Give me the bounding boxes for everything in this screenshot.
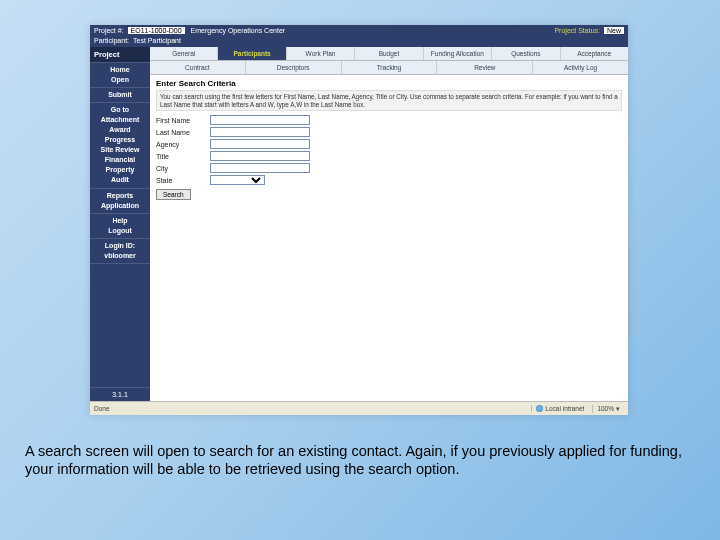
project-num-value: EO11-1000-D00 xyxy=(128,27,185,34)
label-agency: Agency xyxy=(156,141,204,148)
project-status-label: Project Status: xyxy=(554,27,600,34)
field-row-agency: Agency xyxy=(156,139,622,149)
app-window: Project #: EO11-1000-D00 Emergency Opera… xyxy=(90,25,628,415)
sidebar-login-info: Login ID: vbloomer xyxy=(90,239,150,264)
browser-status-bar: Done Local intranet 100% ▾ xyxy=(90,401,628,415)
version-label: 3.1.1 xyxy=(90,387,150,401)
status-zone: Local intranet xyxy=(531,405,588,412)
sidebar-item-goto[interactable]: Go to xyxy=(90,105,150,115)
label-state: State xyxy=(156,177,204,184)
project-desc: Emergency Operations Center xyxy=(191,27,286,34)
sidebar-item-audit[interactable]: Audit xyxy=(90,175,150,185)
input-title[interactable] xyxy=(210,151,310,161)
input-city[interactable] xyxy=(210,163,310,173)
field-row-last-name: Last Name xyxy=(156,127,622,137)
sidebar-item-help[interactable]: Help xyxy=(90,216,150,226)
sidebar: Project Home Open Submit Go to Attachmen… xyxy=(90,47,150,401)
tab-review[interactable]: Review xyxy=(437,61,533,74)
input-first-name[interactable] xyxy=(210,115,310,125)
tab-contract[interactable]: Contract xyxy=(150,61,246,74)
login-id-label: Login ID: xyxy=(90,241,150,251)
chevron-down-icon: ▾ xyxy=(616,405,620,413)
sidebar-item-award[interactable]: Award xyxy=(90,125,150,135)
project-status-value: New xyxy=(604,27,624,34)
field-row-state: State xyxy=(156,175,622,185)
sidebar-item-open[interactable]: Open xyxy=(90,75,150,85)
label-city: City xyxy=(156,165,204,172)
main-area: Project Home Open Submit Go to Attachmen… xyxy=(90,47,628,401)
input-agency[interactable] xyxy=(210,139,310,149)
tab-work-plan[interactable]: Work Plan xyxy=(287,47,355,60)
sidebar-item-reports[interactable]: Reports xyxy=(90,191,150,201)
select-state[interactable] xyxy=(210,175,265,185)
tab-descriptors[interactable]: Descriptors xyxy=(246,61,342,74)
status-zoom-text: 100% xyxy=(597,405,614,412)
content-area: General Participants Work Plan Budget Fu… xyxy=(150,47,628,401)
tab-general[interactable]: General xyxy=(150,47,218,60)
search-heading: Enter Search Criteria xyxy=(156,79,622,88)
label-last-name: Last Name xyxy=(156,129,204,136)
status-zoom[interactable]: 100% ▾ xyxy=(592,405,624,413)
sidebar-item-site-review[interactable]: Site Review xyxy=(90,145,150,155)
label-title: Title xyxy=(156,153,204,160)
sidebar-group-5: Help Logout xyxy=(90,214,150,239)
sidebar-item-property[interactable]: Property xyxy=(90,165,150,175)
participant-value: Test Participant xyxy=(133,37,181,44)
status-left: Done xyxy=(94,405,110,412)
project-header-bar: Project #: EO11-1000-D00 Emergency Opera… xyxy=(90,25,628,36)
tab-questions[interactable]: Questions xyxy=(492,47,560,60)
status-zone-text: Local intranet xyxy=(545,405,584,412)
sidebar-item-financial[interactable]: Financial xyxy=(90,155,150,165)
globe-icon xyxy=(536,405,543,412)
tab-budget[interactable]: Budget xyxy=(355,47,423,60)
search-button[interactable]: Search xyxy=(156,189,191,200)
field-row-first-name: First Name xyxy=(156,115,622,125)
field-row-city: City xyxy=(156,163,622,173)
input-last-name[interactable] xyxy=(210,127,310,137)
sidebar-group-2: Submit xyxy=(90,88,150,103)
project-num-label: Project #: xyxy=(94,27,124,34)
tabs-row-2: Contract Descriptors Tracking Review Act… xyxy=(150,61,628,75)
sidebar-heading: Project xyxy=(90,47,150,63)
label-first-name: First Name xyxy=(156,117,204,124)
participant-bar: Participant: Test Participant xyxy=(90,36,628,47)
participant-label: Participant: xyxy=(94,37,129,44)
slide-caption: A search screen will open to search for … xyxy=(25,442,695,478)
field-row-title: Title xyxy=(156,151,622,161)
sidebar-group-4: Reports Application xyxy=(90,189,150,214)
tab-activity-log[interactable]: Activity Log xyxy=(533,61,628,74)
login-id-value: vbloomer xyxy=(90,251,150,261)
sidebar-item-application[interactable]: Application xyxy=(90,201,150,211)
sidebar-item-progress[interactable]: Progress xyxy=(90,135,150,145)
tab-funding-allocation[interactable]: Funding Allocation xyxy=(424,47,492,60)
sidebar-item-attachment[interactable]: Attachment xyxy=(90,115,150,125)
search-help-text: You can search using the first few lette… xyxy=(156,90,622,111)
tab-acceptance[interactable]: Acceptance xyxy=(561,47,628,60)
sidebar-group-1: Home Open xyxy=(90,63,150,88)
sidebar-group-3: Go to Attachment Award Progress Site Rev… xyxy=(90,103,150,188)
tabs-row-1: General Participants Work Plan Budget Fu… xyxy=(150,47,628,61)
sidebar-item-submit[interactable]: Submit xyxy=(90,90,150,100)
tab-tracking[interactable]: Tracking xyxy=(342,61,438,74)
sidebar-item-home[interactable]: Home xyxy=(90,65,150,75)
sidebar-item-logout[interactable]: Logout xyxy=(90,226,150,236)
search-section: Enter Search Criteria You can search usi… xyxy=(150,75,628,204)
tab-participants[interactable]: Participants xyxy=(218,47,286,60)
